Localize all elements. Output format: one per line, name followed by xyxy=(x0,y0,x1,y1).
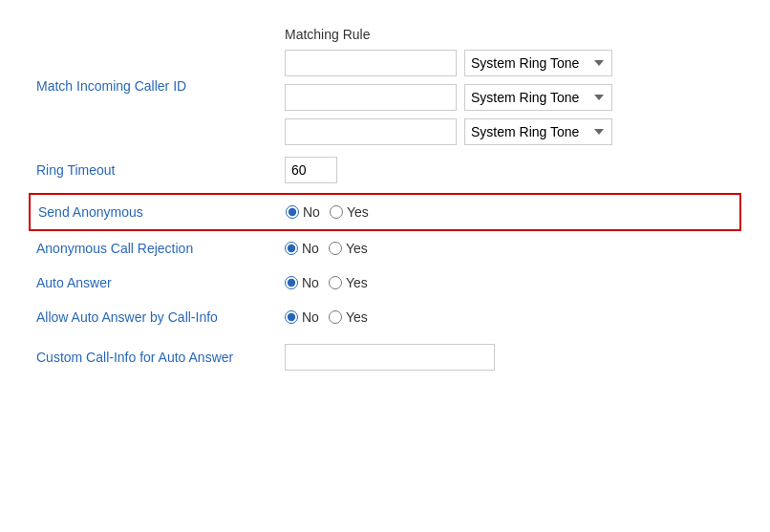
send-anonymous-yes-radio[interactable] xyxy=(330,205,343,219)
auto-answer-no-radio[interactable] xyxy=(285,276,298,289)
send-anonymous-radio-group: No Yes xyxy=(286,204,732,220)
custom-call-info-label: Custom Call-Info for Auto Answer xyxy=(36,350,233,365)
send-anonymous-yes-label[interactable]: Yes xyxy=(330,204,369,220)
allow-auto-answer-no-label[interactable]: No xyxy=(285,309,319,325)
anonymous-call-rejection-radio-group: No Yes xyxy=(285,241,734,256)
anonymous-call-rejection-no-label[interactable]: No xyxy=(285,241,319,256)
caller-id-input-2[interactable] xyxy=(285,84,457,111)
ring-timeout-input[interactable] xyxy=(285,157,337,183)
anonymous-call-rejection-no-text: No xyxy=(302,241,319,256)
caller-id-row-2: System Ring Tone Ring Tone 1 Ring Tone 2… xyxy=(285,84,734,111)
allow-auto-answer-radio-group: No Yes xyxy=(285,309,734,325)
allow-auto-answer-no-radio[interactable] xyxy=(285,310,298,324)
ring-tone-select-1[interactable]: System Ring Tone Ring Tone 1 Ring Tone 2… xyxy=(464,50,612,76)
anonymous-call-rejection-label: Anonymous Call Rejection xyxy=(36,241,193,256)
ring-tone-select-3[interactable]: System Ring Tone Ring Tone 1 Ring Tone 2… xyxy=(464,118,612,145)
match-incoming-caller-id-label: Match Incoming Caller ID xyxy=(36,78,186,94)
ring-timeout-label: Ring Timeout xyxy=(36,162,115,178)
anonymous-call-rejection-yes-label[interactable]: Yes xyxy=(329,241,368,256)
auto-answer-label: Auto Answer xyxy=(36,275,112,290)
send-anonymous-label: Send Anonymous xyxy=(38,204,143,220)
auto-answer-yes-label[interactable]: Yes xyxy=(329,275,368,290)
anonymous-call-rejection-yes-text: Yes xyxy=(346,241,368,256)
send-anonymous-yes-text: Yes xyxy=(347,204,369,220)
send-anonymous-no-label[interactable]: No xyxy=(286,204,320,220)
matching-rule-header: Matching Rule xyxy=(285,27,734,42)
caller-id-row-1: System Ring Tone Ring Tone 1 Ring Tone 2… xyxy=(285,50,734,76)
auto-answer-yes-text: Yes xyxy=(346,275,368,290)
auto-answer-no-text: No xyxy=(302,275,319,290)
auto-answer-radio-group: No Yes xyxy=(285,275,734,290)
anonymous-call-rejection-no-radio[interactable] xyxy=(285,242,298,255)
allow-auto-answer-yes-radio[interactable] xyxy=(329,310,342,324)
caller-id-input-3[interactable] xyxy=(285,118,457,145)
auto-answer-yes-radio[interactable] xyxy=(329,276,342,289)
ring-tone-select-2[interactable]: System Ring Tone Ring Tone 1 Ring Tone 2… xyxy=(464,84,612,111)
allow-auto-answer-label: Allow Auto Answer by Call-Info xyxy=(36,309,218,325)
allow-auto-answer-yes-label[interactable]: Yes xyxy=(329,309,368,325)
allow-auto-answer-no-text: No xyxy=(302,309,319,325)
custom-call-info-input[interactable] xyxy=(285,344,495,371)
auto-answer-no-label[interactable]: No xyxy=(285,275,319,290)
caller-id-input-1[interactable] xyxy=(285,50,457,76)
caller-id-row-3: System Ring Tone Ring Tone 1 Ring Tone 2… xyxy=(285,118,734,145)
anonymous-call-rejection-yes-radio[interactable] xyxy=(329,242,342,255)
allow-auto-answer-yes-text: Yes xyxy=(346,309,368,325)
send-anonymous-no-radio[interactable] xyxy=(286,205,299,219)
send-anonymous-no-text: No xyxy=(303,204,320,220)
